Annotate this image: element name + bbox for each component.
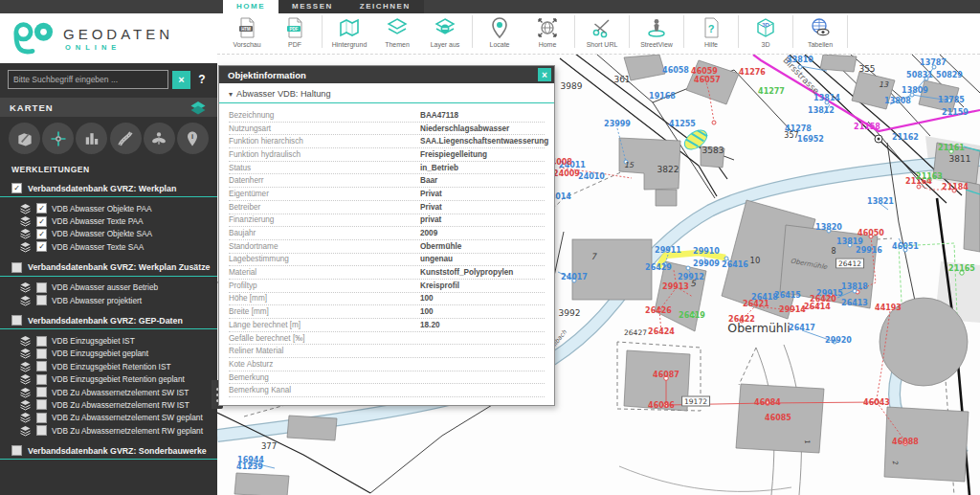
layer-item[interactable]: VDB Einzugsgebiet geplant xyxy=(19,348,217,360)
tab-home[interactable]: HOME xyxy=(223,0,278,13)
map-label: 13820 xyxy=(815,223,842,232)
tool-vegetation[interactable] xyxy=(144,123,175,154)
attribute-row: Nutzungsart Niederschlagsabwasser xyxy=(229,123,545,136)
hintergrund-button[interactable]: Hintergrund xyxy=(325,13,373,48)
layer-group-header[interactable]: Verbandsdatenbank GVRZ: Sonderbauwerke xyxy=(11,445,217,456)
layer-group-header[interactable]: ✓ Verbandsdatenbank GVRZ: Werkplan xyxy=(11,183,217,193)
layer-checkbox[interactable]: ✓ xyxy=(36,203,47,214)
attribute-row: Material Kunststoff_Polypropylen xyxy=(229,266,545,280)
map-label: 13808 xyxy=(884,97,911,105)
help-page-icon: ? xyxy=(700,15,723,40)
group-checkbox[interactable] xyxy=(11,445,22,456)
layer-item[interactable]: ✓ VDB Abwasser Texte PAA xyxy=(19,214,217,227)
tool-city[interactable] xyxy=(76,123,107,154)
layer-checkbox[interactable] xyxy=(36,387,47,397)
layer-checkbox[interactable] xyxy=(36,282,47,293)
popup-title: Objektinformation xyxy=(228,70,306,80)
group-checkbox[interactable] xyxy=(11,315,22,326)
layer-group-header[interactable]: Verbandsdatenbank GVRZ: Werkplan Zusätze xyxy=(11,262,217,273)
app-logo: GEODATEN ONLINE xyxy=(0,13,217,63)
layer-item[interactable]: VDB Zu Abwassernetzelement RW geplant xyxy=(19,424,217,437)
karten-header[interactable]: KARTEN xyxy=(0,98,217,117)
hilfe-button[interactable]: ? Hilfe xyxy=(687,13,735,48)
pdf-button[interactable]: PDF PDF xyxy=(271,13,319,48)
attribute-row: Lagebestimmung ungenau xyxy=(229,254,545,267)
layer-checkbox[interactable] xyxy=(36,413,47,423)
layer-checkbox[interactable] xyxy=(36,361,47,371)
attribute-row: Kote Absturz xyxy=(229,358,545,371)
layer-checkbox[interactable] xyxy=(36,295,47,305)
layer-item[interactable]: VDB Einzugsgebiet Retention geplant xyxy=(19,373,217,386)
group-checkbox[interactable]: ✓ xyxy=(11,183,22,193)
3d-button[interactable]: 3D 3D xyxy=(742,13,790,48)
layers-icon xyxy=(386,15,409,40)
search-help-button[interactable]: ? xyxy=(194,73,210,86)
svg-text:i: i xyxy=(191,132,193,141)
layer-item[interactable]: ✓ VDB Abwasser Objekte SAA xyxy=(19,228,217,240)
tool-map-sketch[interactable] xyxy=(9,123,40,154)
layer-item[interactable]: VDB Abwasser ausser Betrieb xyxy=(19,281,217,294)
layer-tree: ✓ Verbandsdatenbank GVRZ: Werkplan ✓ VDB… xyxy=(0,183,217,460)
tool-werkleitungen[interactable] xyxy=(42,123,74,154)
attribute-row: Breite [mm] 100 xyxy=(229,305,545,319)
layer-aus-button[interactable]: Layer aus xyxy=(421,13,469,48)
map-label: 21158 xyxy=(854,123,880,131)
map-label: 46084 xyxy=(754,398,781,407)
tabellen-button[interactable]: Tabellen xyxy=(796,13,844,48)
search-input[interactable] xyxy=(8,70,168,89)
map-label: 26415 xyxy=(774,291,801,300)
layer-item[interactable]: VDB Zu Abwassernetzelement SW IST xyxy=(19,386,217,398)
short-url-button[interactable]: Short URL xyxy=(578,13,626,48)
popup-section-header[interactable]: ▾Abwasser VDB: Haltung xyxy=(219,83,554,103)
map-label: 29913 xyxy=(662,282,689,291)
layer-item[interactable]: VDB Abwasser projektiert xyxy=(19,294,217,306)
layer-item[interactable]: VDB Einzugsgebiet IST xyxy=(19,334,217,347)
streetview-button[interactable]: StreetView xyxy=(633,13,680,48)
layers-stack-icon xyxy=(19,348,32,359)
tool-info-pin[interactable]: i xyxy=(177,123,209,154)
toolbar-separator xyxy=(574,15,575,48)
layer-checkbox[interactable] xyxy=(36,374,47,385)
map-label: 19172 xyxy=(681,396,710,407)
tab-zeichnen[interactable]: ZEICHNEN xyxy=(346,0,424,13)
layer-group-header[interactable]: Verbandsdatenbank GVRZ: GEP-Daten xyxy=(11,315,217,326)
search-bar: × ? xyxy=(8,70,210,89)
layers-stack-icon xyxy=(19,387,32,398)
layer-item[interactable]: ✓ VDB Abwasser Texte SAA xyxy=(19,240,217,253)
map-label: 13814 xyxy=(813,94,840,102)
layers-stack-icon xyxy=(19,335,32,347)
layer-item[interactable]: VDB Zu Abwassernetzelement SW geplant xyxy=(19,412,217,424)
layer-item[interactable]: VDB Zu Abwassernetzelement RW IST xyxy=(19,398,217,411)
map-label: 26414 xyxy=(804,303,831,311)
layer-checkbox[interactable] xyxy=(36,336,47,347)
tool-road[interactable] xyxy=(110,123,142,154)
vorschau-button[interactable]: HTM Vorschau xyxy=(223,13,271,48)
popup-titlebar[interactable]: Objektinformation × xyxy=(219,66,554,83)
toolbar-separator xyxy=(792,15,793,48)
attribute-row: Finanzierung privat xyxy=(229,214,545,228)
map-label: 29911 xyxy=(655,246,681,255)
map-label: 46050 xyxy=(858,229,884,237)
group-checkbox[interactable] xyxy=(11,262,22,273)
layer-checkbox[interactable]: ✓ xyxy=(36,216,47,227)
layer-checkbox[interactable] xyxy=(36,399,47,410)
themen-button[interactable]: Themen xyxy=(373,13,421,48)
home-extent-button[interactable]: Home xyxy=(523,13,571,48)
layer-checkbox[interactable] xyxy=(36,349,47,359)
layer-item[interactable]: VDB Einzugsgebiet Retention IST xyxy=(19,360,217,372)
layers-stack-icon xyxy=(19,399,32,411)
map-label: 26416 xyxy=(722,260,748,269)
map-label: 46086 xyxy=(648,401,675,410)
close-icon[interactable]: × xyxy=(538,68,551,81)
layers-stack-icon xyxy=(19,215,32,227)
layer-checkbox[interactable]: ✓ xyxy=(36,229,47,239)
toolbar-separator xyxy=(738,15,739,48)
layer-checkbox[interactable] xyxy=(36,425,47,436)
layer-checkbox[interactable]: ✓ xyxy=(36,241,47,252)
locate-button[interactable]: Locate xyxy=(476,13,523,48)
map-label: 44193 xyxy=(875,304,902,312)
layer-item[interactable]: ✓ VDB Abwasser Objekte PAA xyxy=(19,202,217,214)
map-label: 8 xyxy=(831,247,835,256)
search-clear-button[interactable]: × xyxy=(172,71,190,89)
tab-messen[interactable]: MESSEN xyxy=(278,0,346,13)
